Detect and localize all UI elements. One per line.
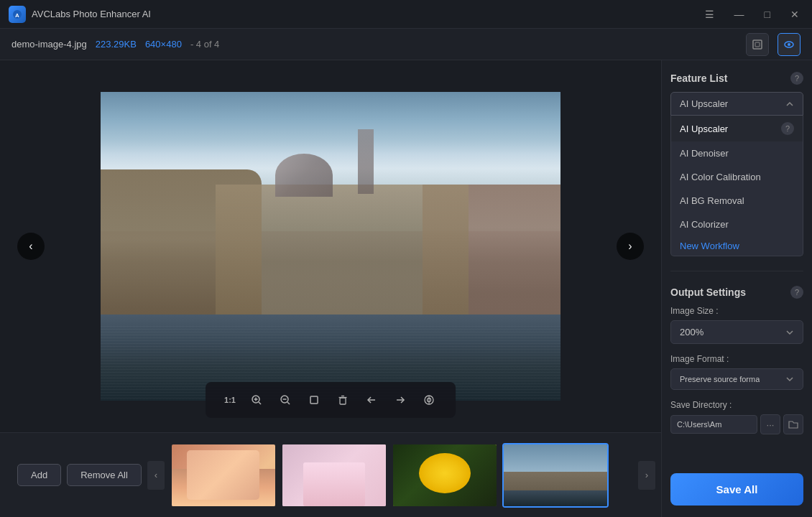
menu-button[interactable]: ☰ — [701, 7, 719, 22]
thumb-next-button[interactable]: › — [638, 461, 655, 490]
output-settings-header: Output Settings ? — [670, 286, 803, 299]
image-toolbar: 1:1 — [206, 382, 456, 418]
image-format-label: Image Format : — [670, 354, 803, 364]
prev-image-button[interactable]: ‹ — [17, 233, 45, 260]
titlebar: A AVCLabs Photo Enhancer AI ☰ — □ ✕ — [0, 0, 812, 29]
filesize-label[interactable]: 223.29KB — [96, 39, 137, 50]
thumb-prev-button[interactable]: ‹ — [147, 461, 165, 490]
svg-rect-3 — [755, 42, 760, 47]
save-dir-dots-button[interactable]: ··· — [760, 414, 780, 434]
zoom-out-button[interactable] — [273, 388, 297, 412]
thumbnail-4-image — [504, 444, 607, 506]
svg-rect-14 — [340, 398, 346, 404]
svg-rect-2 — [753, 40, 762, 49]
thumbnail-area — [165, 443, 638, 508]
feature-item-ai-colorizer[interactable]: AI Colorizer — [671, 213, 803, 236]
thumbnail-1[interactable] — [170, 443, 277, 508]
svg-text:A: A — [15, 12, 19, 19]
topbar: demo-image-4.jpg 223.29KB 640×480 - 4 of… — [0, 29, 812, 60]
arrow-right-button[interactable] — [388, 388, 412, 412]
app-title: AVCLabs Photo Enhancer AI — [32, 9, 701, 19]
maximize-button[interactable]: □ — [760, 7, 775, 22]
thumbnail-3[interactable] — [392, 443, 498, 508]
save-directory-input[interactable]: C:\Users\Am — [670, 415, 757, 434]
image-count-label: - 4 of 4 — [190, 39, 219, 50]
chevron-down-icon — [785, 328, 794, 337]
save-directory-setting: Save Directory : C:\Users\Am ··· — [670, 400, 803, 434]
feature-item-help[interactable]: ? — [781, 122, 794, 135]
zoom-in-button[interactable] — [244, 388, 269, 412]
remove-all-button[interactable]: Remove All — [67, 464, 142, 486]
image-size-value: 200% — [680, 327, 703, 337]
folder-icon — [788, 419, 798, 429]
image-format-value: Preserve source forma — [680, 375, 760, 383]
feature-dropdown-menu: AI Upscaler ? AI Denoiser AI Color Calib… — [670, 116, 803, 256]
feature-item-label: AI Upscaler — [680, 124, 728, 134]
chevron-up-icon — [785, 100, 794, 108]
bottom-bar: Add Remove All ‹ — [0, 432, 661, 517]
new-workflow-link[interactable]: New Workflow — [671, 236, 803, 256]
feature-dropdown[interactable]: AI Upscaler — [670, 92, 803, 116]
add-button[interactable]: Add — [17, 464, 61, 486]
feature-list-title: Feature List — [670, 73, 727, 84]
output-settings-title: Output Settings — [670, 287, 746, 298]
frame-icon-button[interactable] — [746, 33, 769, 56]
close-button[interactable]: ✕ — [786, 7, 803, 22]
save-all-button[interactable]: Save All — [670, 473, 803, 506]
center-area: ‹ › — [0, 60, 661, 517]
feature-item-label: AI BG Removal — [680, 195, 744, 206]
thumbnail-2[interactable] — [281, 443, 387, 508]
thumbnail-4[interactable] — [502, 443, 609, 508]
feature-list-section: Feature List ? AI Upscaler AI Upscaler ?… — [670, 72, 803, 256]
filename-label: demo-image-4.jpg — [11, 39, 87, 50]
image-viewer: ‹ › — [0, 60, 661, 432]
thumbnail-1-image — [172, 444, 275, 506]
chevron-down-icon-2 — [785, 375, 794, 383]
output-settings-help[interactable]: ? — [790, 286, 803, 299]
save-directory-label: Save Directory : — [670, 400, 803, 410]
svg-line-11 — [287, 402, 290, 404]
window-controls: ☰ — □ ✕ — [701, 7, 803, 22]
zoom-label[interactable]: 1:1 — [220, 388, 240, 412]
delete-button[interactable] — [331, 388, 355, 412]
eye-icon-button[interactable] — [778, 33, 801, 56]
feature-item-ai-color-calibration[interactable]: AI Color Calibration — [671, 165, 803, 189]
image-size-label: Image Size : — [670, 306, 803, 316]
compare-button[interactable] — [417, 388, 441, 412]
main-image — [101, 92, 560, 401]
arrow-left-button[interactable] — [359, 388, 384, 412]
feature-list-help[interactable]: ? — [790, 72, 803, 85]
section-divider — [670, 271, 803, 271]
feature-list-header: Feature List ? — [670, 72, 803, 85]
dimensions-label[interactable]: 640×480 — [145, 39, 182, 50]
feature-item-ai-denoiser[interactable]: AI Denoiser — [671, 141, 803, 165]
crop-button[interactable] — [302, 388, 326, 412]
action-buttons: Add Remove All — [17, 464, 142, 486]
next-image-button[interactable]: › — [617, 233, 644, 260]
feature-item-label: AI Colorizer — [680, 219, 729, 230]
minimize-button[interactable]: — — [730, 7, 749, 22]
save-dir-folder-button[interactable] — [783, 414, 803, 434]
image-format-setting: Image Format : Preserve source forma — [670, 354, 803, 390]
feature-item-ai-bg-removal[interactable]: AI BG Removal — [671, 189, 803, 213]
save-directory-row: C:\Users\Am ··· — [670, 414, 803, 434]
output-settings-section: Output Settings ? Image Size : 200% Imag… — [670, 286, 803, 444]
app-logo: A — [9, 6, 26, 23]
feature-item-ai-upscaler[interactable]: AI Upscaler ? — [671, 116, 803, 141]
main-content: ‹ › — [0, 60, 812, 517]
feature-item-label: AI Color Calibration — [680, 172, 761, 182]
feature-dropdown-value: AI Upscaler — [680, 98, 728, 109]
image-size-setting: Image Size : 200% — [670, 306, 803, 344]
thumbnail-3-image — [393, 444, 497, 506]
svg-rect-13 — [310, 396, 318, 404]
thumbnail-2-image — [282, 444, 386, 506]
right-panel: Feature List ? AI Upscaler AI Upscaler ?… — [661, 60, 812, 517]
image-size-dropdown[interactable]: 200% — [670, 320, 803, 344]
svg-line-7 — [259, 402, 261, 404]
svg-point-5 — [788, 43, 790, 46]
feature-item-label: AI Denoiser — [680, 148, 729, 159]
image-format-dropdown[interactable]: Preserve source forma — [670, 368, 803, 390]
